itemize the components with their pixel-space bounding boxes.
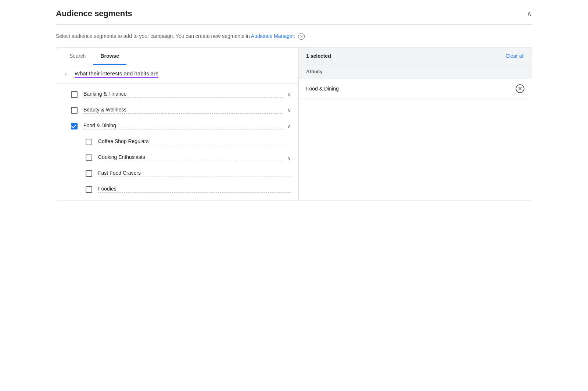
chevron-food-dining: ∧ [287,123,291,129]
affinity-header: Affinity [299,64,532,79]
breadcrumb-row: ← What their interests and habits are [56,65,298,83]
checkbox-banking-finance[interactable] [71,91,78,98]
sub-list-item[interactable]: Foodies [56,181,298,197]
back-arrow-icon[interactable]: ← [64,70,70,78]
remove-food-dining-button[interactable]: ✕ [516,84,524,93]
selected-count: 1 selected [306,53,331,59]
clear-all-button[interactable]: Clear all [506,53,524,59]
item-label-banking-finance: Banking & Finance [83,91,283,98]
chevron-beauty-wellness: ∨ [287,107,291,113]
sub-list-item[interactable]: Cooking Enthusiasts ∨ [56,150,298,166]
right-panel: 1 selected Clear all Affinity Food & Din… [299,48,532,200]
page-title: Audience segments [56,9,132,18]
item-label-coffee-shop: Coffee Shop Regulars [98,138,291,145]
main-panel: Search Browse ← What their interests and… [56,47,532,200]
help-icon[interactable]: ? [298,33,305,40]
description-text: Select audience segments to add to your … [56,32,532,40]
header-divider [56,24,532,25]
checkbox-beauty-wellness[interactable] [71,107,78,114]
sub-list-item[interactable]: Fast Food Cravers [56,166,298,181]
list-item[interactable]: Food & Dining ∧ [56,118,298,134]
checkbox-food-dining[interactable] [71,123,78,129]
item-label-beauty-wellness: Beauty & Wellness [83,107,283,114]
selected-item-label-food-dining: Food & Dining [306,86,339,92]
item-label-fast-food: Fast Food Cravers [98,170,291,177]
chevron-cooking-enthusiasts: ∨ [287,155,291,161]
selected-item-row: Food & Dining ✕ [299,79,532,99]
sub-list-item[interactable]: Coffee Shop Regulars [56,134,298,150]
checkbox-cooking-enthusiasts[interactable] [86,154,92,161]
checkbox-foodies[interactable] [86,186,92,193]
left-panel: Search Browse ← What their interests and… [56,48,299,200]
collapse-icon[interactable]: ∧ [527,9,532,18]
checkbox-fast-food[interactable] [86,170,92,177]
section-header: Audience segments ∧ [56,9,532,18]
item-label-foodies: Foodies [98,186,291,193]
chevron-banking-finance: ∨ [287,92,291,97]
items-list: Banking & Finance ∨ Beauty & Wellness ∨ … [56,83,298,200]
tab-browse[interactable]: Browse [93,48,126,65]
item-label-cooking-enthusiasts: Cooking Enthusiasts [98,154,283,161]
checkbox-coffee-shop[interactable] [86,139,92,145]
audience-manager-link[interactable]: Audience Manager [251,33,294,39]
list-item[interactable]: Banking & Finance ∨ [56,86,298,102]
tabs-row: Search Browse [56,48,298,65]
item-label-food-dining: Food & Dining [83,122,283,129]
tab-search[interactable]: Search [62,48,93,65]
right-panel-header: 1 selected Clear all [299,48,532,64]
breadcrumb-label: What their interests and habits are [75,70,158,78]
list-item[interactable]: Beauty & Wellness ∨ [56,102,298,118]
